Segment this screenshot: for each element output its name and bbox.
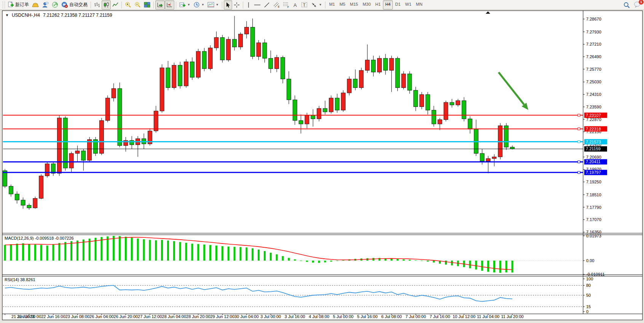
separator xyxy=(222,2,222,8)
svg-text:7 Jul 00:00: 7 Jul 00:00 xyxy=(405,314,426,319)
arrows-icon xyxy=(311,2,317,8)
text-icon: A xyxy=(293,2,298,8)
svg-text:26 Jun 20:00: 26 Jun 20:00 xyxy=(114,314,138,319)
svg-text:7.19797: 7.19797 xyxy=(586,170,601,175)
svg-text:3 Jul 16:00: 3 Jul 16:00 xyxy=(285,314,305,319)
svg-text:4 Jul 08:00: 4 Jul 08:00 xyxy=(309,314,329,319)
svg-text:15: 15 xyxy=(586,304,591,309)
search-icon[interactable] xyxy=(623,2,630,8)
crosshair-button[interactable] xyxy=(232,0,241,10)
timeframe-m5-button[interactable]: M5 xyxy=(337,0,348,10)
toolbar-grip[interactable] xyxy=(3,2,5,8)
candlestick-chart-icon xyxy=(103,2,109,8)
vertical-line-tool-button[interactable] xyxy=(245,0,252,10)
timeframe-m1-button[interactable]: M1 xyxy=(327,0,337,10)
svg-text:5 Jul 16:00: 5 Jul 16:00 xyxy=(357,314,378,319)
equidistant-channel-icon: E xyxy=(273,2,280,8)
svg-text:7.28670: 7.28670 xyxy=(586,17,601,21)
svg-text:22 Jun 00:00: 22 Jun 00:00 xyxy=(17,314,41,319)
fibonacci-tool-button[interactable]: F xyxy=(281,0,291,10)
timeframe-w1-button[interactable]: W1 xyxy=(403,0,414,10)
svg-text:T: T xyxy=(303,3,306,7)
new-order-label: 新订单 xyxy=(15,2,29,8)
one-click-trading-arrow-icon[interactable]: ▼ xyxy=(5,13,9,17)
tile-windows-button[interactable] xyxy=(142,0,152,10)
svg-text:10 Jul 12:00: 10 Jul 12:00 xyxy=(453,314,475,319)
horizontal-line-tool-button[interactable] xyxy=(252,0,262,10)
svg-text:7.17070: 7.17070 xyxy=(586,217,601,222)
svg-text:7.22318: 7.22318 xyxy=(586,127,601,131)
bar-chart-icon xyxy=(94,2,100,8)
svg-text:7.23107: 7.23107 xyxy=(586,113,601,118)
toolbar-right-group: 1 xyxy=(623,0,641,10)
cursor-button[interactable] xyxy=(224,0,232,10)
separator xyxy=(325,2,325,8)
trendline-tool-button[interactable] xyxy=(262,0,271,10)
separator xyxy=(153,2,154,8)
autoscroll-icon xyxy=(157,2,163,8)
notification-badge: 1 xyxy=(639,0,644,5)
zoom-in-icon xyxy=(125,2,131,8)
community-button[interactable] xyxy=(40,0,50,10)
svg-text:7.24310: 7.24310 xyxy=(586,92,601,97)
svg-text:7.25030: 7.25030 xyxy=(586,80,601,84)
chart-symbol: USDCNH-,H4 xyxy=(12,13,40,18)
crosshair-icon xyxy=(234,2,240,8)
svg-text:7.21573: 7.21573 xyxy=(586,140,601,144)
svg-text:7.27210: 7.27210 xyxy=(586,42,601,46)
zoom-in-button[interactable] xyxy=(123,0,133,10)
autoscroll-button[interactable] xyxy=(155,0,165,10)
svg-text:-0.010911: -0.010911 xyxy=(586,272,605,277)
indicators-icon xyxy=(179,2,186,8)
timeframe-h1-button[interactable]: H1 xyxy=(373,0,383,10)
svg-text:7.25770: 7.25770 xyxy=(586,67,601,72)
timeframe-d1-button[interactable]: D1 xyxy=(393,0,403,10)
svg-text:7 Jul 16:00: 7 Jul 16:00 xyxy=(430,314,450,319)
line-chart-button[interactable] xyxy=(111,0,120,10)
dropdown-arrow-icon: ▼ xyxy=(216,3,219,6)
notifications-button[interactable]: 1 xyxy=(634,1,641,9)
separator xyxy=(91,2,91,8)
clock-icon xyxy=(193,2,200,8)
svg-text:22 Jun 16:00: 22 Jun 16:00 xyxy=(41,314,65,319)
bar-chart-button[interactable] xyxy=(92,0,102,10)
svg-text:7.26490: 7.26490 xyxy=(586,54,601,59)
trendline-icon xyxy=(264,2,270,8)
svg-text:27 Jun 12:00: 27 Jun 12:00 xyxy=(138,314,162,319)
text-tool-button[interactable]: A xyxy=(291,0,300,10)
timeframe-m15-button[interactable]: M15 xyxy=(348,0,360,10)
signals-button[interactable] xyxy=(50,0,60,10)
chart-region: 7.286707.279307.272107.264907.257707.250… xyxy=(0,10,644,323)
text-label-tool-button[interactable]: T xyxy=(300,0,309,10)
templates-button[interactable]: ▼ xyxy=(206,0,220,10)
svg-text:30 Jun 04:00: 30 Jun 04:00 xyxy=(234,314,259,319)
svg-text:11 Jul 04:00: 11 Jul 04:00 xyxy=(477,314,499,319)
fibonacci-icon: F xyxy=(283,2,290,8)
svg-text:100: 100 xyxy=(586,277,593,281)
autotrade-robot-icon xyxy=(61,2,68,8)
svg-text:7.23590: 7.23590 xyxy=(586,105,601,109)
dropdown-arrow-icon: ▼ xyxy=(187,3,190,6)
chart-canvas[interactable]: 7.286707.279307.272107.264907.257707.250… xyxy=(0,10,644,323)
new-order-button[interactable]: 新订单 xyxy=(6,0,30,10)
timeframe-h4-button[interactable]: H4 xyxy=(383,0,393,10)
zoom-out-button[interactable] xyxy=(133,0,142,10)
arrows-tool-button[interactable]: ▼ xyxy=(309,0,324,10)
zoom-out-icon xyxy=(134,2,141,8)
rsi-indicator-label: RSI(14) 38.8261 xyxy=(5,277,35,282)
channel-tool-button[interactable]: E xyxy=(271,0,281,10)
auto-trading-button[interactable]: 自动交易 xyxy=(60,0,89,10)
svg-text:E: E xyxy=(278,5,280,8)
vertical-line-icon xyxy=(246,2,251,8)
svg-text:11 Jul 20:00: 11 Jul 20:00 xyxy=(501,314,524,319)
gold-ingot-button[interactable] xyxy=(30,0,40,10)
timeframe-m30-button[interactable]: M30 xyxy=(360,0,373,10)
indicators-button[interactable]: ▼ xyxy=(178,0,192,10)
candlestick-chart-button[interactable] xyxy=(102,0,111,10)
chart-shift-button[interactable] xyxy=(165,0,174,10)
periods-button[interactable]: ▼ xyxy=(192,0,206,10)
svg-text:7.21159: 7.21159 xyxy=(586,146,601,151)
timeframe-mn-button[interactable]: MN xyxy=(414,0,425,10)
auto-trading-label: 自动交易 xyxy=(69,2,88,8)
dropdown-arrow-icon: ▼ xyxy=(319,3,322,6)
